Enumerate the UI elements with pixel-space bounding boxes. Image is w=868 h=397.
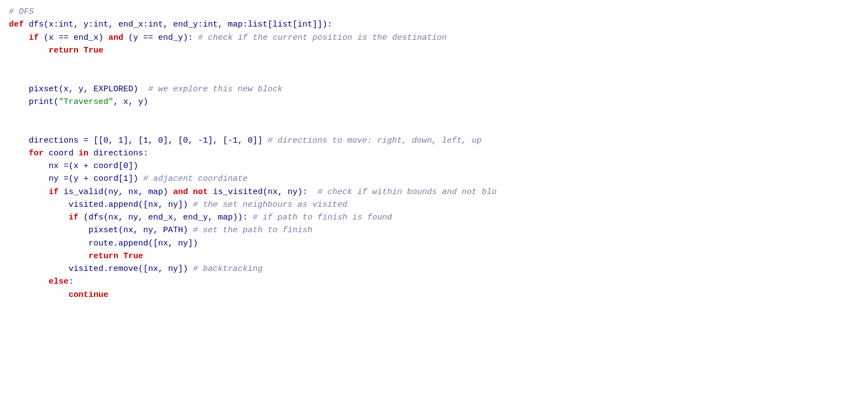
code-token: (x:int, y:int, end_x:int, end_y:int, map… [44, 20, 332, 29]
code-editor: # DFSdef dfs(x:int, y:int, end_x:int, en… [9, 6, 859, 301]
code-token: True [118, 252, 143, 261]
code-token [188, 187, 193, 197]
code-token [9, 187, 49, 197]
code-token: # if path to finish is found [253, 213, 392, 222]
code-token: ny =(y + coord[1]) [9, 174, 143, 184]
code-token: in [79, 149, 88, 158]
code-token: not [193, 187, 208, 197]
code-token: print( [9, 97, 59, 107]
code-token: and [173, 187, 188, 197]
code-line: directions = [[0, 1], [1, 0], [0, -1], [… [9, 134, 859, 147]
code-line [9, 57, 859, 70]
code-token: (y == end_y): [123, 33, 198, 43]
code-token: (x == end_x) [39, 33, 108, 43]
code-token [9, 149, 29, 158]
code-token: and [108, 33, 123, 43]
code-token: # set the path to finish [193, 226, 312, 235]
code-token: # directions to move: right, down, left,… [268, 136, 482, 145]
code-token: else [49, 277, 69, 286]
code-token: : [69, 277, 74, 286]
code-token: if [69, 213, 79, 222]
code-token: is_visited(nx, ny): [208, 187, 317, 197]
code-line: ny =(y + coord[1]) # adjacent coordinate [9, 173, 859, 185]
code-token: nx =(x + coord[0]) [9, 161, 138, 171]
code-token: is_valid(ny, nx, map) [59, 187, 173, 197]
code-token: , x, y) [113, 97, 148, 107]
code-token [9, 46, 49, 55]
code-line: # DFS [9, 6, 859, 18]
code-line: if is_valid(ny, nx, map) and not is_visi… [9, 186, 859, 198]
code-line: pixset(nx, ny, PATH) # set the path to f… [9, 224, 859, 237]
code-token: def [9, 20, 29, 29]
code-token: # check if within bounds and not blo [317, 187, 496, 197]
code-line [9, 70, 859, 82]
code-token: visited.remove([nx, ny]) [9, 264, 193, 274]
code-token: coord [44, 149, 79, 158]
code-line: print("Traversed", x, y) [9, 96, 859, 108]
code-token: return [49, 46, 79, 55]
code-token [9, 277, 49, 286]
code-line: visited.remove([nx, ny]) # backtracking [9, 263, 859, 275]
code-token: directions: [88, 149, 148, 158]
code-line: return True [9, 44, 859, 57]
code-token: (dfs(nx, ny, end_x, end_y, map)): [79, 213, 253, 222]
code-line: pixset(x, y, EXPLORED) # we explore this… [9, 83, 859, 96]
code-line: if (x == end_x) and (y == end_y): # chec… [9, 32, 859, 44]
code-line: visited.append([nx, ny]) # the set neigh… [9, 198, 859, 211]
code-token: if [49, 187, 59, 197]
code-line: route.append([nx, ny]) [9, 237, 859, 250]
code-line [9, 121, 859, 134]
code-token: return [88, 252, 118, 261]
code-line [9, 108, 859, 121]
code-token: visited.append([nx, ny]) [9, 200, 193, 210]
code-token: for [29, 149, 44, 158]
code-token: # backtracking [193, 264, 263, 274]
code-line: def dfs(x:int, y:int, end_x:int, end_y:i… [9, 18, 859, 31]
code-line: else: [9, 275, 859, 288]
code-token: directions = [[0, 1], [1, 0], [0, -1], [… [9, 136, 268, 145]
code-token [9, 33, 29, 43]
code-token: dfs [29, 20, 44, 29]
code-token: "Traversed" [59, 97, 113, 107]
code-token [9, 252, 88, 261]
code-line: return True [9, 250, 859, 263]
code-token: continue [69, 290, 108, 300]
code-token: # check if the current position is the d… [198, 33, 447, 43]
code-token: # we explore this new block [148, 85, 283, 94]
code-token [9, 290, 69, 300]
code-token [9, 213, 69, 222]
code-token: # adjacent coordinate [143, 174, 248, 184]
code-line: continue [9, 289, 859, 301]
code-line: for coord in directions: [9, 147, 859, 160]
code-token: if [29, 33, 39, 43]
code-token: # DFS [9, 7, 34, 17]
code-token: # the set neighbours as visited [193, 200, 347, 210]
code-line: if (dfs(nx, ny, end_x, end_y, map)): # i… [9, 211, 859, 224]
code-line: nx =(x + coord[0]) [9, 160, 859, 173]
code-token: route.append([nx, ny]) [9, 239, 198, 248]
code-token: True [79, 46, 103, 55]
code-token: pixset(x, y, EXPLORED) [9, 85, 148, 94]
code-token: pixset(nx, ny, PATH) [9, 226, 193, 235]
